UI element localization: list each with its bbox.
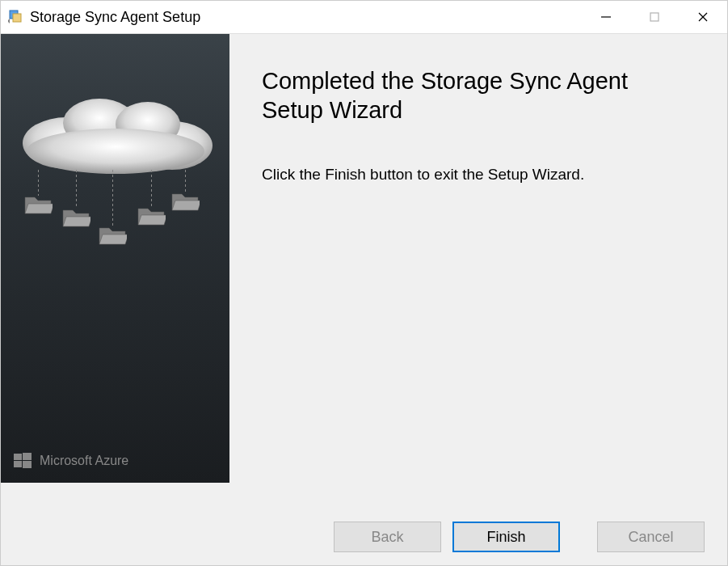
windows-logo-icon: [14, 452, 32, 470]
setup-wizard-window: Storage Sync Agent Setup: [0, 0, 728, 566]
svg-rect-1: [13, 14, 21, 22]
main-content: Completed the Storage Sync Agent Setup W…: [229, 34, 727, 509]
svg-rect-13: [23, 453, 32, 460]
maximize-button: [630, 1, 679, 33]
wizard-body-text: Click the Finish button to exit the Setu…: [262, 164, 695, 186]
azure-branding: Microsoft Azure: [14, 452, 128, 470]
folder-icon: [98, 225, 127, 247]
titlebar-left: Storage Sync Agent Setup: [7, 9, 200, 26]
folder-icon: [23, 194, 53, 217]
cancel-button: Cancel: [597, 522, 705, 552]
button-bar: Back Finish Cancel: [1, 509, 727, 565]
window-title: Storage Sync Agent Setup: [30, 9, 200, 26]
azure-branding-text: Microsoft Azure: [40, 454, 128, 468]
folder-icon: [137, 205, 166, 228]
folder-icon: [61, 207, 90, 230]
svg-point-11: [27, 129, 204, 174]
svg-rect-3: [650, 13, 659, 21]
minimize-button[interactable]: [582, 1, 630, 33]
svg-rect-12: [14, 454, 22, 460]
side-banner: Microsoft Azure: [1, 34, 229, 483]
svg-rect-14: [14, 461, 22, 467]
window-controls: [582, 1, 727, 33]
svg-rect-15: [23, 461, 32, 468]
finish-button[interactable]: Finish: [452, 522, 560, 552]
wizard-heading: Completed the Storage Sync Agent Setup W…: [262, 66, 695, 125]
folders-graphic: [1, 170, 229, 267]
content-area: Microsoft Azure Completed the Storage Sy…: [1, 33, 727, 509]
close-button[interactable]: [679, 1, 727, 33]
folder-icon: [170, 191, 200, 213]
back-button: Back: [334, 522, 441, 552]
installer-icon: [7, 9, 23, 25]
cloud-graphic: [1, 82, 229, 180]
titlebar: Storage Sync Agent Setup: [1, 1, 727, 33]
